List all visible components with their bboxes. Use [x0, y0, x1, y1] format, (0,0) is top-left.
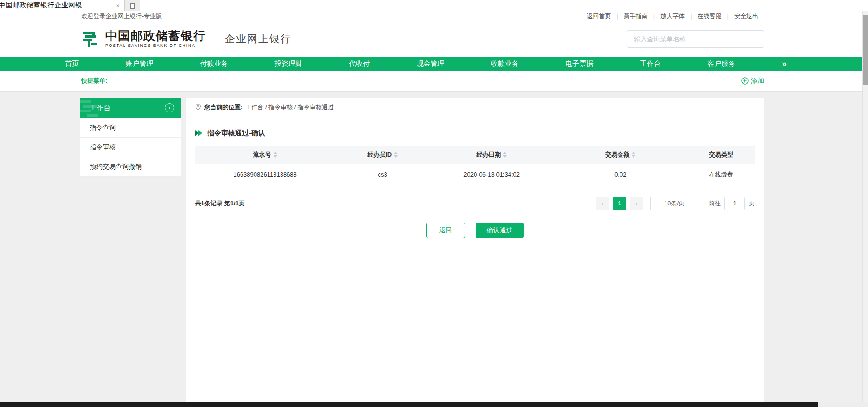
breadcrumb-path: 工作台 / 指令审核 / 指令审核通过 — [245, 103, 334, 112]
sidebar-item-label: 预约交易查询撤销 — [90, 163, 142, 171]
vertical-scrollbar[interactable] — [862, 11, 868, 402]
sort-icon[interactable] — [394, 152, 398, 158]
sidebar-item-instruction-query[interactable]: 指令查询 — [80, 118, 181, 138]
col-header-label: 流水号 — [253, 151, 271, 159]
cell-transaction-type: 在线缴费 — [687, 164, 755, 186]
bank-name-cn: 中国邮政储蓄银行 — [105, 30, 206, 43]
browser-tab-bar: 中国邮政储蓄银行企业网银 × — [0, 0, 868, 11]
col-header-label: 交易金额 — [605, 151, 629, 159]
sort-icon[interactable] — [503, 152, 507, 158]
back-button[interactable]: 返回 — [426, 223, 465, 238]
record-summary: 共1条记录 第1/1页 — [195, 199, 245, 208]
logo-divider — [215, 29, 215, 49]
welcome-bar: 欢迎登录企业网上银行-专业版 返回首页 | 新手指南 | 放大字体 | 在线客服… — [0, 11, 862, 21]
prev-page-button[interactable]: ‹ — [596, 197, 609, 210]
section-title-text: 指令审核通过-确认 — [207, 129, 265, 138]
bottom-bar-dark-strip — [0, 402, 818, 407]
content-area: 工作台 ‹ 指令查询 指令审核 预约交易查询撤销 — [0, 92, 862, 402]
col-header-transaction-type: 交易类型 — [687, 146, 755, 164]
cell-serial-number: 1663890826113138688 — [195, 164, 335, 186]
menu-search-input[interactable] — [627, 30, 764, 48]
table-row[interactable]: 1663890826113138688 cs3 2020-06-13 01:34… — [195, 164, 755, 186]
double-arrow-icon — [195, 130, 203, 136]
nav-item-workbench[interactable]: 工作台 — [640, 59, 661, 68]
instruction-table: 流水号 经办员ID 经办日期 — [195, 146, 755, 186]
current-page-button[interactable]: 1 — [613, 197, 626, 210]
nav-item-e-bills[interactable]: 电子票据 — [565, 59, 593, 68]
nav-item-cash-management[interactable]: 现金管理 — [417, 59, 444, 68]
goto-page: 前往 页 — [709, 197, 755, 210]
scrollbar-thumb[interactable] — [863, 15, 868, 85]
new-tab-icon — [130, 3, 135, 9]
location-pin-icon — [195, 104, 201, 111]
chevron-left-icon: ‹ — [169, 105, 170, 111]
col-header-transaction-amount[interactable]: 交易金额 — [553, 146, 687, 164]
col-header-serial-number[interactable]: 流水号 — [195, 146, 335, 164]
quick-menu-add-label: 添加 — [751, 77, 764, 85]
goto-suffix: 页 — [749, 199, 755, 208]
pagination-bar: 共1条记录 第1/1页 ‹ 1 › 10条/页 前往 页 — [195, 197, 755, 210]
link-online-service[interactable]: 在线客服 — [692, 12, 727, 20]
sidebar-item-instruction-review[interactable]: 指令审核 — [80, 138, 181, 157]
nav-item-customer-service[interactable]: 客户服务 — [707, 59, 735, 68]
action-buttons: 返回 确认通过 — [186, 223, 764, 238]
nav-item-account-management[interactable]: 账户管理 — [125, 59, 153, 68]
tab-title: 中国邮政储蓄银行企业网银 — [0, 1, 114, 10]
cell-operator-id: cs3 — [335, 164, 430, 186]
main-panel: 您当前的位置: 工作台 / 指令审核 / 指令审核通过 指令审核通过-确认 — [186, 98, 764, 402]
bank-name-en: POSTAL SAVINGS BANK OF CHINA — [105, 44, 206, 48]
link-enlarge-font[interactable]: 放大字体 — [655, 12, 690, 20]
table-header-row: 流水号 经办员ID 经办日期 — [195, 146, 755, 164]
link-return-home[interactable]: 返回首页 — [581, 12, 616, 20]
browser-tab[interactable]: 中国邮政储蓄银行企业网银 × — [0, 0, 124, 11]
sidebar-header-workbench[interactable]: 工作台 ‹ — [80, 98, 181, 118]
goto-page-input[interactable] — [724, 197, 745, 210]
nav-item-collection-payment[interactable]: 代收付 — [349, 59, 370, 68]
product-name: 企业网上银行 — [225, 32, 292, 46]
nav-item-receivables[interactable]: 收款业务 — [491, 59, 519, 68]
sidebar-item-label: 指令审核 — [90, 143, 116, 151]
breadcrumb: 您当前的位置: 工作台 / 指令审核 / 指令审核通过 — [195, 98, 755, 117]
welcome-text: 欢迎登录企业网上银行-专业版 — [81, 12, 162, 20]
main-nav: 首页 账户管理 付款业务 投资理财 代收付 现金管理 收款业务 电子票据 工作台… — [0, 57, 862, 71]
col-header-label: 经办日期 — [476, 151, 501, 159]
pager-controls: ‹ 1 › 10条/页 前往 页 — [594, 197, 755, 210]
sort-icon[interactable] — [632, 152, 635, 158]
quick-menu-add-button[interactable]: 添加 — [741, 77, 764, 85]
sidebar-collapse-button[interactable]: ‹ — [165, 103, 174, 112]
sidebar: 工作台 ‹ 指令查询 指令审核 预约交易查询撤销 — [80, 98, 181, 177]
col-header-operation-date[interactable]: 经办日期 — [430, 146, 553, 164]
bank-logo: 中国邮政储蓄银行 POSTAL SAVINGS BANK OF CHINA — [81, 29, 206, 49]
section-title: 指令审核通过-确认 — [195, 128, 755, 138]
link-safe-logout[interactable]: 安全退出 — [729, 12, 764, 20]
nav-item-investment[interactable]: 投资理财 — [274, 59, 302, 68]
screen: 中国邮政储蓄银行企业网银 × 欢迎登录企业网上银行-专业版 返回首页 | 新手指… — [0, 0, 868, 407]
page-size-select[interactable]: 10条/页 — [650, 197, 698, 210]
col-header-label: 经办员ID — [367, 151, 392, 159]
cell-operation-date: 2020-06-13 01:34:02 — [430, 164, 553, 186]
bottom-bar — [0, 402, 868, 407]
circle-plus-icon — [741, 77, 749, 85]
nav-item-home[interactable]: 首页 — [65, 59, 79, 68]
quick-menu-label: 快捷菜单: — [81, 77, 107, 85]
bank-logo-icon — [81, 29, 101, 49]
bank-names: 中国邮政储蓄银行 POSTAL SAVINGS BANK OF CHINA — [105, 30, 206, 48]
quick-menu-bar: 快捷菜单: 添加 — [0, 71, 862, 92]
next-page-button[interactable]: › — [630, 197, 643, 210]
tab-close-icon[interactable]: × — [114, 2, 122, 9]
goto-label: 前往 — [709, 199, 721, 208]
link-beginner-guide[interactable]: 新手指南 — [618, 12, 653, 20]
nav-item-payment[interactable]: 付款业务 — [200, 59, 228, 68]
site-header: 中国邮政储蓄银行 POSTAL SAVINGS BANK OF CHINA 企业… — [0, 21, 862, 57]
nav-more-icon[interactable]: » — [782, 59, 786, 69]
cell-transaction-amount: 0.02 — [553, 164, 687, 186]
page: 欢迎登录企业网上银行-专业版 返回首页 | 新手指南 | 放大字体 | 在线客服… — [0, 11, 862, 402]
new-tab-button[interactable] — [124, 0, 140, 11]
sidebar-item-reserved-transaction-cancel[interactable]: 预约交易查询撤销 — [80, 157, 181, 177]
col-header-label: 交易类型 — [709, 151, 733, 159]
col-header-operator-id[interactable]: 经办员ID — [335, 146, 430, 164]
sidebar-watermark-icon — [80, 98, 105, 118]
confirm-pass-button[interactable]: 确认通过 — [476, 223, 524, 238]
sort-icon[interactable] — [274, 152, 277, 158]
breadcrumb-label: 您当前的位置: — [204, 103, 242, 112]
